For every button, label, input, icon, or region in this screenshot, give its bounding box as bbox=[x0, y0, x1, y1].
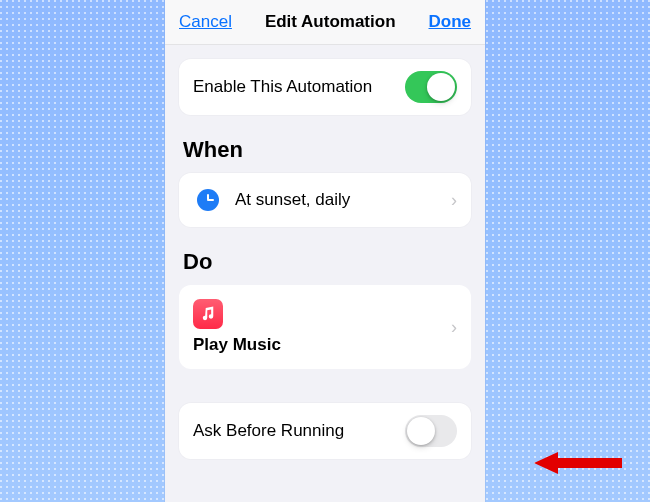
do-section-header: Do bbox=[183, 249, 467, 275]
music-app-icon bbox=[193, 299, 223, 329]
cancel-button[interactable]: Cancel bbox=[179, 12, 232, 32]
ask-before-running-label: Ask Before Running bbox=[193, 421, 405, 441]
edit-automation-screen: Cancel Edit Automation Done Enable This … bbox=[165, 0, 485, 502]
enable-automation-toggle[interactable] bbox=[405, 71, 457, 103]
chevron-right-icon: › bbox=[451, 190, 457, 211]
do-action-row[interactable]: Play Music › bbox=[179, 285, 471, 369]
ask-before-running-toggle[interactable] bbox=[405, 415, 457, 447]
svg-marker-0 bbox=[534, 452, 622, 474]
toggle-knob bbox=[407, 417, 435, 445]
annotation-arrow-icon bbox=[534, 450, 622, 476]
toggle-knob bbox=[427, 73, 455, 101]
chevron-right-icon: › bbox=[451, 317, 457, 338]
clock-icon bbox=[193, 185, 223, 215]
enable-automation-label: Enable This Automation bbox=[193, 77, 405, 97]
page-title: Edit Automation bbox=[265, 12, 396, 32]
when-section-header: When bbox=[183, 137, 467, 163]
enable-automation-row: Enable This Automation bbox=[179, 59, 471, 115]
ask-before-running-row: Ask Before Running bbox=[179, 403, 471, 459]
when-trigger-row[interactable]: At sunset, daily › bbox=[179, 173, 471, 227]
done-button[interactable]: Done bbox=[429, 12, 472, 32]
navbar: Cancel Edit Automation Done bbox=[165, 0, 485, 45]
do-action-label: Play Music bbox=[193, 335, 457, 355]
when-trigger-label: At sunset, daily bbox=[235, 190, 443, 210]
content-area: Enable This Automation When At sunset, d… bbox=[165, 45, 485, 502]
